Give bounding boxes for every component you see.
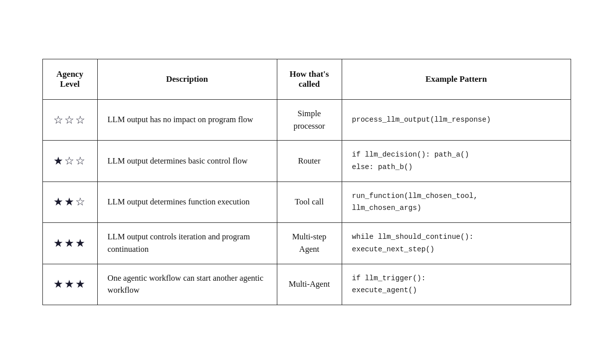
description-cell: LLM output determines basic control flow [97,141,277,182]
table-header-row: Agency Level Description How that's call… [42,59,571,99]
table-row: ★★★ LLM output controls iteration and pr… [42,223,571,264]
description-cell: LLM output controls iteration and progra… [97,223,277,264]
agency-levels-table: Agency Level Description How that's call… [42,59,571,305]
description-cell: LLM output determines function execution [97,182,277,222]
code-line-2: llm_chosen_args) [352,204,421,212]
example-code-cell: while llm_should_continue(): execute_nex… [342,223,571,264]
stars-cell: ★★★ [42,223,97,264]
star-display: ★★☆ [53,195,86,208]
code-line-2: execute_agent() [352,286,417,294]
table-row: ★★☆ LLM output determines function execu… [42,182,571,222]
how-called-cell: Multi-Agent [277,264,342,305]
stars-cell: ☆☆☆ [42,99,97,141]
code-line-1: while llm_should_continue(): [352,233,474,241]
how-called-cell: Simple processor [277,99,342,141]
table-row: ☆☆☆ LLM output has no impact on program … [42,99,571,141]
table-row: ★★★ One agentic workflow can start anoth… [42,264,571,305]
header-how-called: How that's called [277,59,342,99]
example-code-cell: if llm_decision(): path_a() else: path_b… [342,141,571,182]
header-agency-level: Agency Level [42,59,97,99]
example-code-cell: process_llm_output(llm_response) [342,99,571,141]
header-description: Description [97,59,277,99]
table-row: ★☆☆ LLM output determines basic control … [42,141,571,182]
how-called-cell: Tool call [277,182,342,222]
how-called-cell: Multi-step Agent [277,223,342,264]
example-code-cell: run_function(llm_chosen_tool, llm_chosen… [342,182,571,222]
main-table-wrapper: Agency Level Description How that's call… [42,59,571,305]
code-line-2: execute_next_step() [352,245,434,253]
description-cell: One agentic workflow can start another a… [97,264,277,305]
how-called-cell: Router [277,141,342,182]
code-line-1: run_function(llm_chosen_tool, [352,192,478,200]
stars-cell: ★☆☆ [42,141,97,182]
star-display: ★☆☆ [53,155,86,167]
stars-cell: ★★☆ [42,182,97,222]
star-display: ★★★ [53,237,86,249]
description-cell: LLM output has no impact on program flow [97,99,277,141]
stars-cell: ★★★ [42,264,97,305]
star-display: ☆☆☆ [53,114,86,126]
star-display: ★★★ [53,278,86,290]
code-line-2: else: path_b() [352,163,413,171]
example-code-cell: if llm_trigger(): execute_agent() [342,264,571,305]
code-line-1: if llm_trigger(): [352,274,426,282]
header-example-pattern: Example Pattern [342,59,571,99]
code-line-1: if llm_decision(): path_a() [352,151,469,159]
